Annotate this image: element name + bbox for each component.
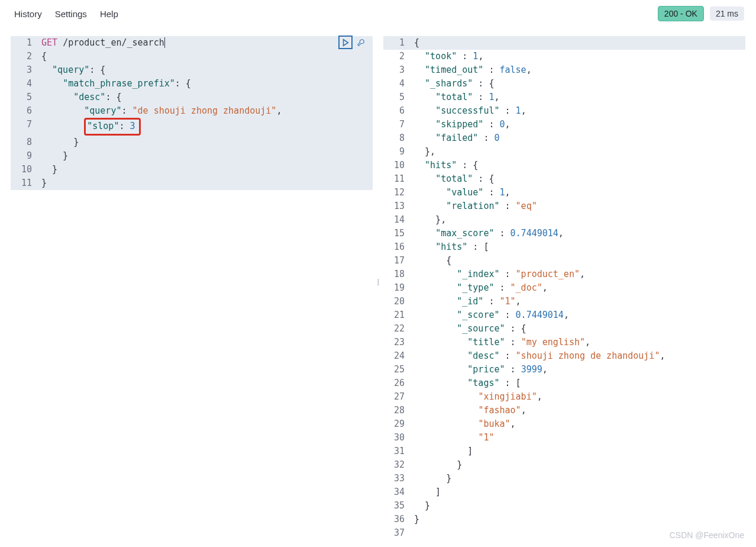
menu-history[interactable]: History <box>14 9 42 19</box>
status-area: 200 - OK 21 ms <box>658 6 744 21</box>
line-number: 11 <box>11 176 35 190</box>
line-number: 32 <box>383 458 408 472</box>
key: "query" <box>84 105 121 116</box>
line-number: 8 <box>11 136 35 149</box>
value: "de shouji zhong zhandouji" <box>133 105 277 116</box>
line-number: 20 <box>383 295 408 308</box>
menu-help[interactable]: Help <box>100 9 118 19</box>
line-number: 24 <box>383 349 408 363</box>
editors: 1GET /product_en/_search 2{ 3 "query": {… <box>0 36 756 529</box>
line-number: 21 <box>383 308 408 322</box>
line-number: 9 <box>11 149 35 163</box>
editor-actions <box>338 36 368 49</box>
response-viewer[interactable]: 1{ 2 "took" : 1, 3 "timed_out" : false, … <box>383 36 745 529</box>
run-button[interactable] <box>338 36 353 49</box>
highlighted-slop: "slop": 3 <box>84 118 140 136</box>
line-number: 29 <box>383 417 408 431</box>
pane-divider[interactable]: ⁞ <box>373 36 383 529</box>
http-method: GET <box>41 37 57 48</box>
line-number: 10 <box>11 163 35 176</box>
line-number: 28 <box>383 404 408 417</box>
wrench-icon <box>357 38 365 47</box>
line-number: 25 <box>383 363 408 377</box>
line-number: 37 <box>383 526 408 540</box>
time-badge: 21 ms <box>710 7 744 21</box>
line-number: 7 <box>11 118 35 136</box>
line-number: 4 <box>11 77 35 91</box>
menu-settings[interactable]: Settings <box>55 9 87 19</box>
line-number: 17 <box>383 254 408 268</box>
line-number: 8 <box>383 131 408 145</box>
key: "query" <box>52 65 89 75</box>
line-number: 1 <box>11 36 35 50</box>
watermark: CSDN @FeenixOne <box>670 530 744 540</box>
line-number: 14 <box>383 213 408 227</box>
line-number: 4 <box>383 77 408 91</box>
request-editor[interactable]: 1GET /product_en/_search 2{ 3 "query": {… <box>11 36 373 529</box>
line-number: 19 <box>383 281 408 295</box>
line-number: 34 <box>383 485 408 499</box>
line-number: 27 <box>383 390 408 404</box>
line-number: 6 <box>11 104 35 118</box>
line-number: 18 <box>383 268 408 281</box>
line-number: 13 <box>383 200 408 213</box>
status-badge: 200 - OK <box>658 6 704 21</box>
key: "desc" <box>73 92 105 102</box>
line-number: 22 <box>383 322 408 336</box>
menu-bar: History Settings Help <box>14 9 118 19</box>
line-number: 9 <box>383 145 408 159</box>
line-number: 35 <box>383 499 408 513</box>
line-number: 6 <box>383 104 408 118</box>
line-number: 2 <box>11 50 35 63</box>
line-number: 33 <box>383 472 408 485</box>
line-number: 36 <box>383 513 408 526</box>
play-icon <box>341 38 350 47</box>
line-number: 3 <box>383 63 408 77</box>
line-number: 23 <box>383 336 408 349</box>
request-path: /product_en/_search <box>63 37 165 48</box>
line-number: 5 <box>383 91 408 104</box>
header: History Settings Help 200 - OK 21 ms <box>0 0 756 36</box>
key: "match_phrase_prefix" <box>63 78 175 89</box>
line-number: 15 <box>383 227 408 240</box>
line-number: 26 <box>383 377 408 390</box>
line-number: 30 <box>383 431 408 445</box>
line-number: 5 <box>11 91 35 104</box>
wrench-button[interactable] <box>354 36 368 49</box>
line-number: 3 <box>11 63 35 77</box>
line-number: 1 <box>383 36 408 50</box>
line-number: 16 <box>383 240 408 254</box>
line-number: 12 <box>383 186 408 200</box>
line-number: 2 <box>383 50 408 63</box>
line-number: 31 <box>383 445 408 458</box>
line-number: 10 <box>383 159 408 172</box>
line-number: 7 <box>383 118 408 131</box>
line-number: 11 <box>383 172 408 186</box>
